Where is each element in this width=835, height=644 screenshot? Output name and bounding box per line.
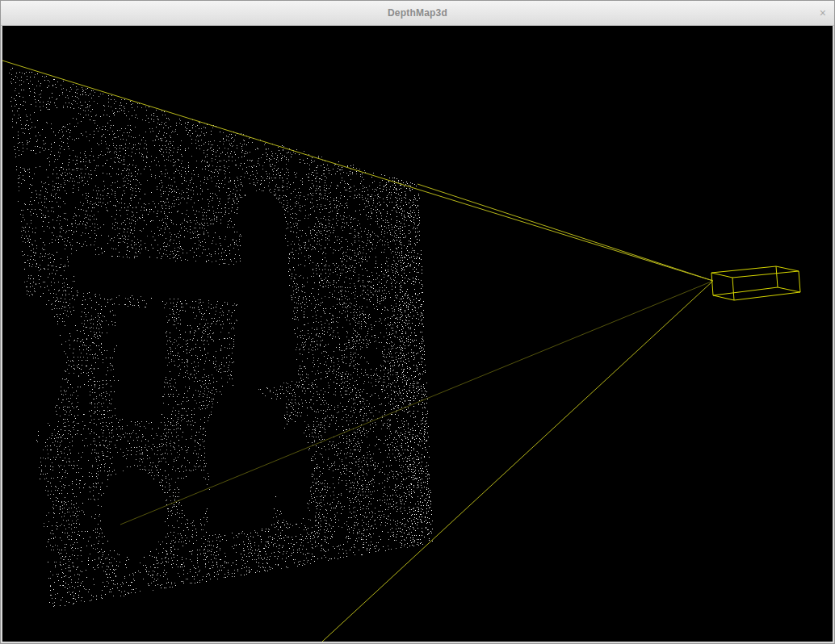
depthmap-canvas[interactable] [2, 26, 833, 642]
3d-viewport [2, 26, 833, 642]
window-title: DepthMap3d [388, 7, 447, 19]
titlebar[interactable]: DepthMap3d × [1, 1, 834, 26]
close-button[interactable]: × [820, 7, 826, 19]
app-window: DepthMap3d × [0, 0, 835, 644]
